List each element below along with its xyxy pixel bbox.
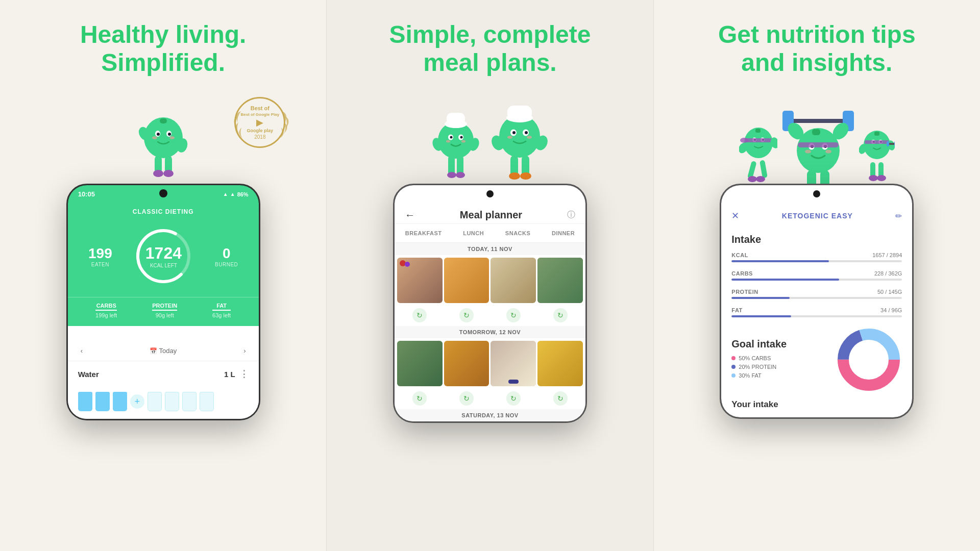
svg-point-60 bbox=[748, 176, 757, 182]
goal-section: Goal intake 50% CARBS 20% PROTEIN 30% FA… bbox=[721, 321, 912, 395]
svg-rect-73 bbox=[798, 142, 839, 147]
svg-point-13 bbox=[163, 170, 174, 177]
day1-refresh-row: ↻ ↻ ↻ ↻ bbox=[395, 306, 585, 326]
burned-label: BURNED bbox=[215, 262, 238, 267]
carbs-label-row: CARBS 228 / 362G bbox=[731, 270, 902, 277]
svg-rect-93 bbox=[894, 141, 895, 146]
character-lifter bbox=[782, 94, 854, 189]
kcal-number: 1724 bbox=[145, 244, 182, 263]
svg-point-7 bbox=[169, 136, 175, 139]
svg-point-34 bbox=[509, 172, 520, 180]
panel-1: Healthy living. Simplified. bbox=[0, 0, 326, 551]
tab-dinner[interactable]: DINNER bbox=[548, 228, 579, 238]
phone-3-container: ✕ KETOGENIC EASY ✏ Intake KCAL 1657 / 28… bbox=[720, 184, 914, 419]
eaten-label: EATEN bbox=[88, 262, 112, 267]
info-button[interactable]: ⓘ bbox=[567, 210, 575, 220]
meal-tabs: BREAKFAST LUNCH SNACKS DINNER bbox=[395, 224, 585, 243]
panel-2-title: Simple, complete meal plans. bbox=[362, 20, 618, 77]
edit-plan-button[interactable]: ✏ bbox=[895, 211, 902, 221]
refresh-lunch-1[interactable]: ↻ bbox=[444, 307, 489, 323]
water-more-icon[interactable]: ⋮ bbox=[239, 368, 249, 380]
phone-2-screen: ← Meal planner ⓘ BREAKFAST LUNCH SNACKS … bbox=[395, 203, 585, 421]
svg-rect-83 bbox=[874, 132, 879, 136]
svg-point-42 bbox=[507, 136, 512, 139]
panel-1-characters: Best of Best of Google Play ▶ Google pla… bbox=[0, 87, 326, 189]
day3-header: SATURDAY, 13 NOV bbox=[395, 409, 585, 421]
svg-point-61 bbox=[756, 176, 765, 182]
fat-bar bbox=[731, 315, 902, 317]
refresh-breakfast-1[interactable]: ↻ bbox=[397, 307, 443, 323]
kcal-label-row: KCAL 1657 / 2894 bbox=[731, 252, 902, 258]
svg-rect-92 bbox=[887, 141, 889, 146]
macros-section: CARBS 199g left PROTEIN 90g left FAT 63g… bbox=[68, 297, 259, 326]
panel-2-characters bbox=[431, 87, 549, 189]
date-nav[interactable]: ‹ 📅 Today › bbox=[68, 341, 259, 361]
back-button[interactable]: ← bbox=[405, 209, 415, 221]
meal-dinner-2 bbox=[537, 341, 583, 386]
glass-7 bbox=[200, 392, 214, 411]
svg-point-43 bbox=[527, 136, 532, 139]
phone-2-container: ← Meal planner ⓘ BREAKFAST LUNCH SNACKS … bbox=[393, 184, 587, 423]
svg-point-5 bbox=[168, 133, 171, 136]
add-glass-button[interactable]: + bbox=[130, 394, 144, 409]
svg-point-99 bbox=[850, 341, 887, 378]
day2-header: TOMORROW, 12 NOV bbox=[395, 326, 585, 338]
svg-rect-56 bbox=[745, 138, 774, 142]
goal-legend: Goal intake 50% CARBS 20% PROTEIN 30% FA… bbox=[731, 338, 825, 381]
plan-header: ✕ KETOGENIC EASY ✏ bbox=[721, 203, 912, 229]
refresh-dinner-1[interactable]: ↻ bbox=[537, 307, 583, 323]
fat-dot bbox=[731, 373, 736, 378]
phone-3-screen: ✕ KETOGENIC EASY ✏ Intake KCAL 1657 / 28… bbox=[721, 203, 912, 417]
tab-lunch[interactable]: LUNCH bbox=[459, 228, 488, 238]
svg-rect-45 bbox=[507, 106, 532, 120]
today-label: 📅 Today bbox=[150, 347, 177, 355]
glass-6 bbox=[182, 392, 197, 411]
legend-fat: 30% FAT bbox=[731, 372, 825, 379]
burned-number: 0 bbox=[215, 245, 238, 262]
panel-2: Simple, complete meal plans. bbox=[326, 0, 653, 551]
meal-snack-1 bbox=[491, 258, 536, 303]
tab-breakfast[interactable]: BREAKFAST bbox=[401, 228, 446, 238]
meal-breakfast-2 bbox=[397, 341, 443, 386]
protein-macro: PROTEIN 90g left bbox=[152, 303, 177, 318]
water-label: Water bbox=[78, 370, 99, 379]
meal-dinner-1 bbox=[537, 258, 583, 303]
close-plan-button[interactable]: ✕ bbox=[731, 210, 739, 221]
refresh-snack-1[interactable]: ↻ bbox=[491, 307, 536, 323]
day2-refresh-row: ↻ ↻ ↻ ↻ bbox=[395, 389, 585, 409]
legend-protein: 20% PROTEIN bbox=[731, 364, 825, 370]
refresh-dinner-2[interactable]: ↻ bbox=[537, 390, 583, 407]
svg-point-19 bbox=[456, 172, 465, 178]
svg-point-25 bbox=[460, 136, 462, 139]
svg-rect-1 bbox=[160, 118, 167, 123]
protein-label-row: PROTEIN 50 / 145G bbox=[731, 289, 902, 295]
svg-point-95 bbox=[877, 175, 886, 181]
refresh-breakfast-2[interactable]: ↻ bbox=[397, 390, 443, 407]
glass-2 bbox=[95, 392, 110, 411]
kcal-label: KCAL LEFT bbox=[150, 263, 177, 268]
refresh-snack-2[interactable]: ↻ bbox=[491, 390, 536, 407]
your-intake-title: Your intake bbox=[721, 395, 912, 417]
wifi-icon: ▲ bbox=[223, 191, 228, 197]
protein-bar bbox=[731, 297, 902, 299]
panel-3: Get nutrition tips and insights. bbox=[654, 0, 980, 551]
protein-dot bbox=[731, 365, 736, 369]
panel-1-title: Healthy living. Simplified. bbox=[80, 20, 246, 77]
intake-title: Intake bbox=[721, 229, 912, 248]
refresh-lunch-2[interactable]: ↻ bbox=[444, 390, 489, 407]
meal-lunch-2 bbox=[444, 341, 489, 386]
phone-1-container: 10:05 ▲ ▲ 86% CLASSIC DIETING 199 EATEN bbox=[66, 184, 260, 420]
kcal-row: KCAL 1657 / 2894 bbox=[721, 248, 912, 266]
next-day[interactable]: › bbox=[243, 347, 246, 355]
prev-day[interactable]: ‹ bbox=[81, 347, 83, 355]
svg-point-71 bbox=[805, 150, 811, 154]
expand-chevron[interactable]: ∨ bbox=[68, 326, 259, 341]
glass-1 bbox=[78, 392, 92, 411]
svg-point-12 bbox=[153, 170, 163, 177]
tab-snacks[interactable]: SNACKS bbox=[501, 228, 534, 238]
meal-lunch-1 bbox=[444, 258, 489, 303]
svg-point-41 bbox=[525, 131, 528, 134]
signal-icon: ▲ bbox=[230, 191, 235, 197]
svg-point-72 bbox=[825, 150, 831, 154]
svg-point-26 bbox=[446, 140, 450, 143]
